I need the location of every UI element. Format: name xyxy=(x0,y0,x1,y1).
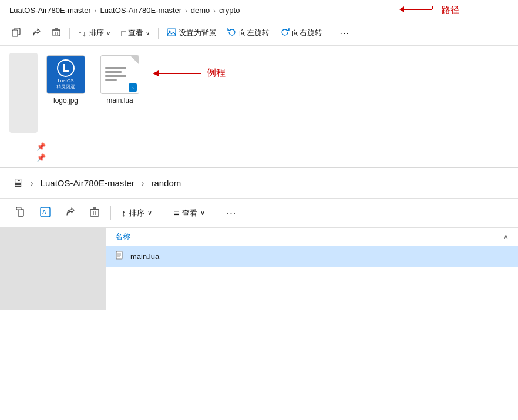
lua-file-lines xyxy=(105,67,126,81)
vscode-badge-icon: ⌂ xyxy=(129,83,137,92)
svg-rect-10 xyxy=(167,29,176,36)
share-icon xyxy=(32,28,41,39)
rotate-right-icon xyxy=(280,28,290,39)
monitor-icon: 🖥 xyxy=(12,176,23,190)
bottom-bc-item-2[interactable]: random xyxy=(151,178,181,188)
view2-button[interactable]: ≡ 查看 ∨ xyxy=(167,204,212,222)
logo-file-icon: L LuatOS精灵因远 xyxy=(46,55,85,94)
svg-marker-1 xyxy=(399,6,404,12)
sidebar-placeholder xyxy=(9,53,38,133)
share-button[interactable] xyxy=(27,25,46,42)
pin-item-2: 📌 xyxy=(36,153,509,162)
more-button[interactable]: ··· xyxy=(335,25,354,42)
list-sort-chevron-icon[interactable]: ∧ xyxy=(503,233,509,241)
breadcrumb-item-3[interactable]: demo xyxy=(191,6,210,15)
breadcrumb-item-2[interactable]: LuatOS-Air780E-master xyxy=(100,6,181,15)
rename-icon: A xyxy=(40,207,51,219)
share2-icon xyxy=(65,207,75,219)
rotate-right-button[interactable]: 向右旋转 xyxy=(275,25,327,42)
bottom-breadcrumb-bar: 🖥 › LuatOS-Air780E-master › random xyxy=(0,168,518,199)
svg-rect-4 xyxy=(12,30,18,36)
set-bg-button[interactable]: 设置为背景 xyxy=(162,25,221,42)
svg-rect-18 xyxy=(90,210,99,216)
bottom-bc-sep-1: › xyxy=(31,179,33,188)
path-annotation-label: 路径 xyxy=(442,4,459,16)
bottom-bc-item-1[interactable]: LuatOS-Air780E-master xyxy=(41,178,134,188)
paste-button[interactable] xyxy=(8,203,33,223)
sort2-button[interactable]: ↕ 排序 ∨ xyxy=(115,204,159,222)
file-item-main-lua[interactable]: ⌂ main.lua xyxy=(96,53,143,107)
view-icon: □ xyxy=(121,29,126,38)
example-annotation-label: 例程 xyxy=(207,67,226,79)
list-item[interactable]: main.lua xyxy=(106,246,518,267)
trash2-icon xyxy=(89,207,100,219)
svg-point-11 xyxy=(169,31,171,32)
svg-rect-5 xyxy=(53,30,60,36)
file-icon xyxy=(115,251,125,262)
rotate-right-label: 向右旋转 xyxy=(292,28,322,38)
sort2-label: 排序 xyxy=(129,208,144,219)
lua-line-2 xyxy=(105,71,122,73)
view-button[interactable]: □ 查看 ∨ xyxy=(116,25,154,41)
share2-button[interactable] xyxy=(58,203,82,223)
bottom-content: 名称 ∧ main.lua xyxy=(0,228,518,310)
file-item-logo[interactable]: L LuatOS精灵因远 logo.jpg xyxy=(42,53,89,107)
bottom-sidebar-placeholder xyxy=(0,228,106,310)
rotate-left-icon xyxy=(227,28,237,39)
breadcrumb-sep-1: › xyxy=(95,7,97,14)
sort-button[interactable]: ↑↓ 排序 ∨ xyxy=(73,25,115,41)
sort-chevron-icon: ∨ xyxy=(106,30,110,36)
breadcrumb-item-1[interactable]: LuatOS-Air780E-master xyxy=(9,6,91,15)
pin-section: 📌 📌 xyxy=(0,140,518,167)
delete-button[interactable] xyxy=(47,25,66,42)
lua-file-icon: ⌂ xyxy=(100,55,139,94)
more2-icon: ··· xyxy=(227,208,236,219)
rotate-left-button[interactable]: 向左旋转 xyxy=(223,25,274,42)
sort-label: 排序 xyxy=(89,28,104,38)
rename-button[interactable]: A xyxy=(33,203,58,223)
bottom-file-list: 名称 ∧ main.lua xyxy=(106,228,518,310)
svg-marker-13 xyxy=(153,70,159,76)
lua-line-3 xyxy=(105,75,126,77)
path-annotation: 路径 xyxy=(397,2,459,16)
example-arrow-icon xyxy=(148,68,207,79)
file-area: L LuatOS精灵因远 logo.jpg ⌂ main xyxy=(0,46,518,140)
view2-icon: ≡ xyxy=(174,208,179,219)
rotate-left-label: 向左旋转 xyxy=(239,28,270,38)
sort2-chevron-icon: ∨ xyxy=(147,209,152,217)
bottom-toolbar-sep-1 xyxy=(110,206,111,220)
sort2-icon: ↕ xyxy=(122,208,126,218)
toolbar-sep-3 xyxy=(331,28,331,39)
top-panel: LuatOS-Air780E-master › LuatOS-Air780E-m… xyxy=(0,0,518,167)
more2-button[interactable]: ··· xyxy=(220,204,243,222)
lua-line-4 xyxy=(105,79,117,81)
logo-text-inner: LuatOS精灵因远 xyxy=(56,78,75,90)
more-icon: ··· xyxy=(339,28,349,39)
copy-button[interactable] xyxy=(7,25,26,42)
breadcrumb-sep-3: › xyxy=(213,7,216,14)
svg-rect-15 xyxy=(16,207,21,210)
toolbar-sep-2 xyxy=(158,28,159,39)
trash-icon xyxy=(52,28,61,39)
view-label: 查看 xyxy=(128,28,143,38)
files-grid: L LuatOS精灵因远 logo.jpg ⌂ main xyxy=(42,53,509,133)
logo-l-circle: L xyxy=(57,59,75,77)
breadcrumb-sep-2: › xyxy=(185,7,187,14)
bottom-toolbar-sep-3 xyxy=(216,206,216,220)
pin-item-1: 📌 xyxy=(36,142,509,151)
bottom-bc-sep-2: › xyxy=(142,179,144,188)
set-bg-icon xyxy=(167,28,176,39)
bottom-toolbar: A ↕ 排序 ∨ ≡ 查看 ∨ ··· xyxy=(0,199,518,228)
view2-chevron-icon: ∨ xyxy=(200,209,205,217)
list-header: 名称 ∧ xyxy=(106,228,518,246)
sort-icon: ↑↓ xyxy=(78,29,86,38)
toolbar-sep-1 xyxy=(69,28,70,39)
svg-rect-14 xyxy=(18,209,23,216)
lua-file-label: main.lua xyxy=(106,96,133,105)
delete2-button[interactable] xyxy=(82,203,107,223)
breadcrumb-bar: LuatOS-Air780E-master › LuatOS-Air780E-m… xyxy=(0,0,518,21)
view-chevron-icon: ∨ xyxy=(146,30,150,36)
set-bg-label: 设置为背景 xyxy=(179,28,217,38)
top-toolbar: ↑↓ 排序 ∨ □ 查看 ∨ 设置为背景 向左旋转 向右旋转 xyxy=(0,21,518,46)
breadcrumb-current[interactable]: crypto xyxy=(219,6,240,15)
